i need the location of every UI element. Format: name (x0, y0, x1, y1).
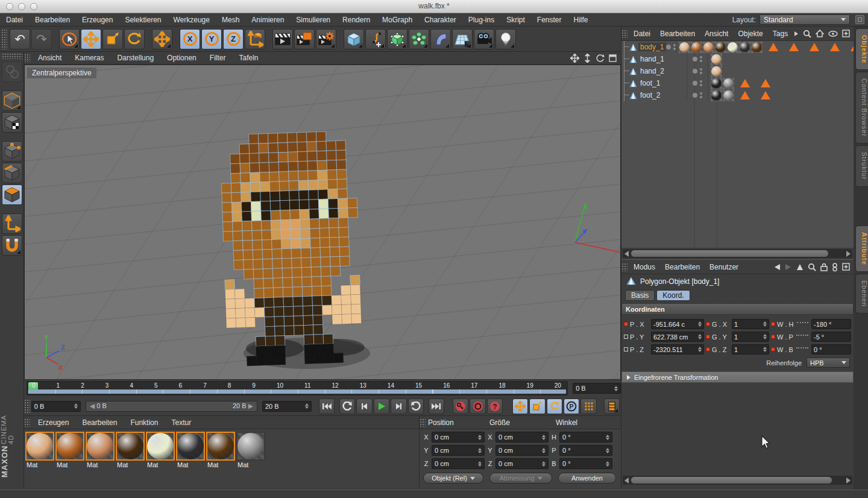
goto-end-button[interactable] (429, 399, 444, 414)
key-chip-py[interactable] (624, 335, 628, 339)
material-menu-item[interactable]: Funktion (124, 418, 165, 427)
tab-basis[interactable]: Basis (625, 290, 655, 301)
om-menu-item[interactable]: Datei (629, 30, 655, 38)
lock-y-axis-button[interactable]: Y (201, 29, 222, 49)
texture-tag-icon[interactable] (691, 42, 702, 53)
render-visibility-dot[interactable] (673, 48, 676, 50)
texture-tag-icon[interactable] (751, 42, 763, 53)
lock-z-axis-button[interactable]: Z (223, 29, 244, 49)
search-icon[interactable] (808, 263, 816, 271)
layout-select[interactable]: Standard (760, 14, 850, 25)
key-rotation-toggle[interactable] (547, 399, 562, 414)
convert-tool-disabled[interactable] (2, 61, 22, 82)
gz-field[interactable]: 1 (732, 344, 769, 355)
size-x-field[interactable]: 0 cm (495, 432, 549, 443)
texture-mode-button[interactable] (2, 112, 22, 133)
selection-tag-icon[interactable] (740, 79, 750, 87)
flyout-arrow-icon[interactable] (794, 31, 799, 37)
menubar-item[interactable]: Hilfe (568, 16, 594, 24)
apply-button[interactable]: Anwenden (558, 473, 616, 484)
current-frame-field[interactable]: 0 B (31, 401, 81, 412)
maximize-view-icon[interactable] (608, 54, 617, 63)
enable-dot-icon[interactable] (693, 81, 697, 86)
size-y-field[interactable]: 0 cm (495, 445, 549, 456)
menubar-item[interactable]: Werkzeuge (167, 16, 215, 24)
side-tab-objekte[interactable]: Objekte (855, 28, 868, 70)
preview-range-slider[interactable]: ◀ 0 B 20 B ▶ (86, 401, 257, 412)
key-chip-gy[interactable] (706, 335, 710, 339)
angle-h-field[interactable]: 0 ° (559, 432, 612, 443)
add-panel-icon[interactable] (842, 263, 850, 271)
forward-icon[interactable] (785, 263, 792, 271)
material-chip[interactable]: Mat (116, 432, 145, 469)
add-deformer-button[interactable] (430, 29, 451, 49)
polygons-mode-button[interactable] (2, 184, 22, 205)
key-parameter-toggle[interactable]: P (564, 399, 579, 414)
object-row-hand_2[interactable]: hand_2 (621, 65, 854, 77)
object-row-foot_2[interactable]: foot_2 (621, 89, 854, 101)
add-light-button[interactable] (495, 29, 516, 49)
texture-tag-icon[interactable] (711, 78, 722, 89)
visibility-toggles[interactable] (687, 77, 708, 89)
coords-drag-handle[interactable] (420, 418, 426, 427)
snap-magnet-button[interactable] (2, 235, 22, 256)
selection-tag-icon[interactable] (761, 79, 770, 87)
coords-mode-dropdown[interactable]: Objekt (Rel) (423, 473, 483, 484)
menubar-item[interactable]: Animieren (245, 16, 290, 24)
menubar-item[interactable]: Erzeugen (76, 16, 119, 24)
render-visibility-dot[interactable] (700, 84, 702, 86)
am-menu-item[interactable]: Benutzer (705, 263, 743, 271)
up-icon[interactable] (796, 263, 804, 271)
object-name[interactable]: hand_1 (638, 55, 666, 63)
position-z-field[interactable]: 0 cm (432, 458, 485, 469)
add-modeling-button[interactable] (409, 29, 429, 49)
key-chip-gz[interactable] (706, 347, 710, 351)
om-menu-item[interactable]: Bearbeiten (655, 30, 700, 38)
material-menu-item[interactable]: Bearbeiten (75, 418, 124, 427)
texture-tag-icon[interactable] (711, 66, 722, 77)
texture-tag-icon[interactable] (739, 42, 750, 53)
am-scrollbar-thumb[interactable] (631, 477, 832, 484)
side-tab-ebenen[interactable]: Ebenen (855, 274, 868, 314)
texture-tag-icon[interactable] (703, 42, 714, 53)
goto-start-button[interactable] (319, 399, 335, 414)
rotation-order-dropdown[interactable]: HPB (807, 358, 850, 368)
lock-icon[interactable] (820, 263, 828, 271)
object-name[interactable]: hand_2 (638, 67, 666, 75)
scroll-left-icon[interactable] (624, 251, 629, 257)
scroll-right-icon[interactable] (846, 478, 851, 484)
material-menu-item[interactable]: Erzeugen (31, 418, 75, 427)
px-field[interactable]: -951.664 c (651, 319, 704, 329)
mode-toolbar-drag-handle[interactable] (2, 53, 22, 59)
record-options-button[interactable]: ? (487, 399, 503, 414)
add-spline-button[interactable] (365, 29, 386, 49)
position-x-field[interactable]: 0 cm (432, 432, 485, 443)
add-generator-button[interactable] (387, 29, 407, 49)
interface-icon[interactable] (855, 15, 864, 24)
menubar-item[interactable]: Rendern (336, 16, 376, 24)
viewport-menu-item[interactable]: Kameras (68, 54, 110, 62)
material-menu-item[interactable]: Textur (165, 418, 198, 427)
am-drag-handle[interactable] (621, 263, 627, 271)
end-frame-field[interactable]: 20 B (262, 401, 312, 412)
points-mode-button[interactable] (2, 141, 22, 162)
am-menu-item[interactable]: Modus (629, 263, 660, 271)
texture-tag-icon[interactable] (723, 78, 734, 89)
visibility-toggles[interactable] (687, 65, 708, 77)
gy-field[interactable]: 1 (732, 332, 769, 342)
selection-tag-icon[interactable] (740, 91, 750, 99)
side-tab-attribute[interactable]: Attribute (855, 225, 868, 272)
render-visibility-dot[interactable] (700, 96, 702, 98)
rotate-tool[interactable] (124, 29, 145, 49)
prev-frame-button[interactable] (356, 399, 372, 414)
side-tab-struktur[interactable]: Struktur (855, 145, 868, 187)
editor-visibility-dot[interactable] (700, 80, 702, 83)
goto-next-key-button[interactable] (408, 399, 424, 414)
eye-icon[interactable] (828, 31, 838, 37)
viewport-menu-item[interactable]: Optionen (160, 54, 203, 62)
key-chip-gx[interactable] (706, 322, 710, 326)
wb-field[interactable]: 0 ° (811, 344, 851, 355)
om-menu-item[interactable]: Objekte (733, 30, 767, 38)
menubar-item[interactable]: Datei (0, 16, 29, 24)
selection-tag-icon[interactable] (761, 91, 770, 99)
